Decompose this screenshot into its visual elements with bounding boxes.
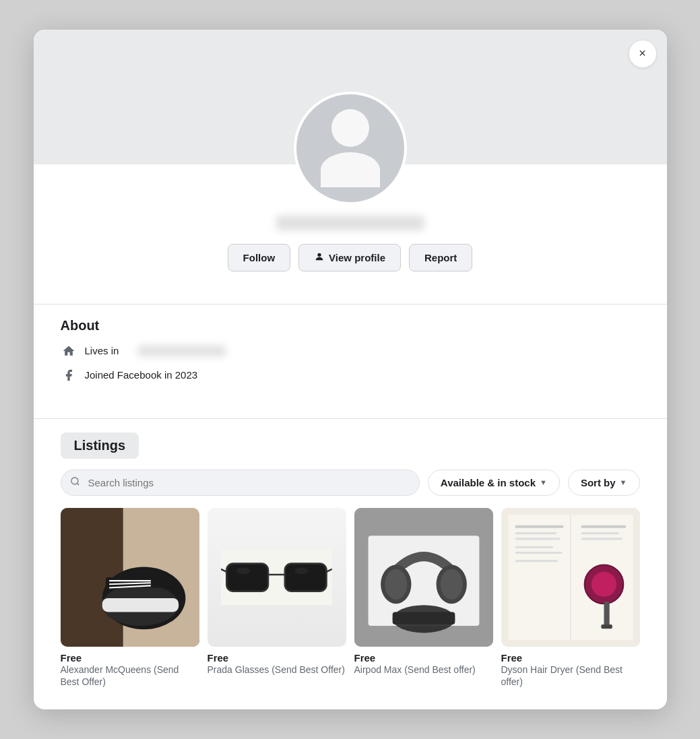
listing-name-hairdryer: Dyson Hair Dryer (Send Best offer) [501,664,640,688]
listing-card-shoes[interactable]: Free Alexander McQueens (Send Best Offer… [61,508,199,688]
svg-point-23 [385,569,407,599]
listing-price-airpods: Free [354,652,493,664]
filter-label: Available & in stock [441,477,536,488]
svg-rect-39 [581,538,623,540]
lives-in-value-blurred [138,346,226,356]
avatar-head [331,109,369,147]
listing-image-airpods [354,508,493,647]
joined-item: Joined Facebook in 2023 [61,367,640,383]
modal: × Follow View profile Report About Lives… [34,30,667,709]
facebook-icon [61,367,77,383]
about-section: About Lives in Joined Facebook in 2023 [34,318,667,405]
search-box [61,470,420,496]
svg-point-18 [236,567,250,574]
listing-image-glasses [208,508,346,647]
svg-point-41 [591,572,616,597]
listing-price-shoes: Free [61,652,199,664]
view-profile-label: View profile [329,252,385,263]
sort-label: Sort by [581,477,616,488]
listing-card-glasses[interactable]: Free Prada Glasses (Send Best Offer) [208,508,346,688]
listing-name-shoes: Alexander McQueens (Send Best Offer) [61,664,199,688]
listings-title: Listings [74,438,126,453]
listing-price-glasses: Free [208,652,346,664]
action-buttons: Follow View profile Report [228,244,473,271]
sort-chevron-down-icon: ▼ [620,478,627,486]
available-in-stock-button[interactable]: Available & in stock ▼ [428,470,560,496]
listing-image-hairdryer [501,508,640,647]
chevron-down-icon: ▼ [540,478,547,486]
svg-rect-35 [515,552,562,554]
svg-rect-33 [515,538,560,540]
svg-rect-34 [515,546,553,548]
listings-grid: Free Alexander McQueens (Send Best Offer… [61,508,640,688]
search-input[interactable] [61,470,420,496]
svg-rect-31 [515,525,563,528]
svg-rect-27 [392,612,455,624]
about-title: About [61,318,640,333]
person-icon [314,251,325,264]
svg-rect-14 [285,563,327,591]
svg-rect-38 [581,532,619,534]
divider-1 [34,304,667,304]
svg-line-2 [77,484,79,486]
svg-rect-7 [102,598,178,612]
listings-header: Listings [61,432,640,459]
listing-card-airpods[interactable]: Free Airpod Max (Send Best offer) [354,508,493,688]
home-icon [61,343,77,359]
listing-name-airpods: Airpod Max (Send Best offer) [354,664,493,676]
avatar [294,92,407,205]
username-blurred [276,216,424,230]
svg-rect-42 [604,602,609,626]
sort-by-button[interactable]: Sort by ▼ [568,470,640,496]
listings-section: Listings Available & in stock ▼ Sort by … [34,432,667,709]
listings-title-block: Listings [61,432,139,459]
svg-point-25 [440,569,462,599]
search-icon [70,476,80,488]
svg-rect-36 [515,560,558,562]
svg-rect-37 [581,525,626,528]
listing-price-hairdryer: Free [501,652,640,664]
listings-controls: Available & in stock ▼ Sort by ▼ [61,470,640,496]
follow-button[interactable]: Follow [228,244,291,271]
view-profile-button[interactable]: View profile [298,244,401,271]
header-section: × [34,30,667,164]
svg-point-1 [71,478,77,484]
close-button[interactable]: × [629,40,656,67]
listing-image-shoes [61,508,199,647]
joined-label: Joined Facebook in 2023 [85,369,198,381]
listing-card-hairdryer[interactable]: Free Dyson Hair Dryer (Send Best offer) [501,508,640,688]
report-button[interactable]: Report [409,244,472,271]
lives-in-item: Lives in [61,343,640,359]
svg-point-0 [317,253,321,256]
avatar-icon [321,109,380,187]
svg-rect-43 [601,624,612,629]
lives-in-label: Lives in [85,345,119,356]
svg-rect-32 [515,532,556,534]
svg-rect-13 [226,563,268,591]
listing-name-glasses: Prada Glasses (Send Best Offer) [208,664,346,676]
divider-2 [34,418,667,419]
avatar-body [321,152,380,187]
svg-point-19 [295,567,309,574]
